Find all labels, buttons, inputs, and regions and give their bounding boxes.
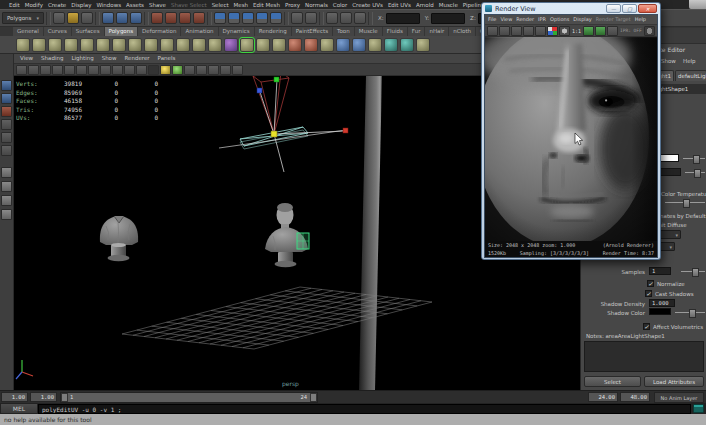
manipulator-center-handle[interactable]: [271, 131, 277, 137]
rv-menu-item[interactable]: Help: [635, 15, 646, 24]
rotate-tool-icon[interactable]: [1, 132, 12, 143]
render-frame-icon[interactable]: [326, 12, 338, 24]
menu-item[interactable]: Display: [71, 2, 91, 8]
isolate-select-icon[interactable]: [232, 65, 243, 75]
command-input[interactable]: polyEditUV -u 0 -v 1 ;: [38, 404, 691, 414]
coord-x-field[interactable]: [386, 13, 420, 24]
active-tool-shelf-icon[interactable]: [240, 38, 254, 52]
multisampling-icon[interactable]: [208, 65, 219, 75]
shelf-tab[interactable]: Animation: [181, 27, 217, 36]
range-handle-right[interactable]: [310, 393, 317, 402]
layout-four-pane-icon[interactable]: [1, 181, 12, 192]
render-view-window[interactable]: Render View File View Render IPR Options…: [481, 2, 661, 260]
command-language-toggle[interactable]: MEL: [0, 403, 38, 414]
shelf-tab[interactable]: Fluids: [383, 27, 407, 36]
polygon-helix-shelf-icon[interactable]: [160, 38, 174, 52]
menu-item[interactable]: Edit: [9, 2, 20, 8]
normalize-checkbox[interactable]: [647, 280, 654, 287]
minimize-icon[interactable]: [606, 4, 621, 13]
anim-start-field[interactable]: 1.00: [30, 392, 57, 402]
pause-ipr-icon[interactable]: [607, 26, 618, 36]
screen-space-ao-icon[interactable]: [184, 65, 195, 75]
mask-surfaces-icon[interactable]: [193, 12, 205, 24]
rv-menu-item[interactable]: Options: [550, 15, 569, 24]
resolution-gate-icon[interactable]: [52, 65, 63, 75]
shelf-tool-icon[interactable]: [304, 38, 318, 52]
shelf-tool-icon[interactable]: [320, 38, 334, 52]
shelf-tool-icon[interactable]: [256, 38, 270, 52]
shadows-toggle-icon[interactable]: [172, 65, 183, 75]
menu-item[interactable]: Normals: [305, 2, 328, 8]
mask-handles-icon[interactable]: [151, 12, 163, 24]
select-button[interactable]: Select: [584, 376, 641, 387]
menu-item[interactable]: Windows: [96, 2, 121, 8]
playback-start-field[interactable]: 1.00: [1, 392, 28, 402]
manipulator-z-handle[interactable]: [257, 88, 262, 93]
close-icon[interactable]: [638, 4, 657, 13]
menu-item[interactable]: Modify: [25, 2, 43, 8]
cast-shadows-checkbox[interactable]: [645, 290, 652, 297]
new-scene-icon[interactable]: [53, 12, 65, 24]
shelf-tool-icon[interactable]: [208, 38, 222, 52]
shadow-density-field[interactable]: 1.000: [649, 299, 675, 307]
polygon-pyramid-shelf-icon[interactable]: [128, 38, 142, 52]
refresh-ipr-icon[interactable]: [535, 26, 546, 36]
polygon-torus-shelf-icon[interactable]: [96, 38, 110, 52]
shadow-color-swatch[interactable]: [649, 308, 671, 315]
affect-volumetrics-checkbox[interactable]: [643, 323, 650, 330]
divider[interactable]: [284, 12, 289, 25]
rendered-image[interactable]: [485, 37, 657, 242]
pillar-object[interactable]: [359, 76, 382, 390]
xray-mode-icon[interactable]: [220, 65, 231, 75]
scale-tool-icon[interactable]: [1, 145, 12, 156]
textured-mode-icon[interactable]: [136, 65, 147, 75]
notes-textarea[interactable]: [584, 341, 704, 372]
rgb-channels-icon[interactable]: [547, 26, 558, 36]
ae-menu-show[interactable]: Show: [661, 58, 676, 64]
render-globals-icon[interactable]: [644, 26, 655, 36]
polygon-cylinder-shelf-icon[interactable]: [48, 38, 62, 52]
mask-joints-icon[interactable]: [165, 12, 177, 24]
shelf-tab[interactable]: Dynamics: [219, 27, 254, 36]
redo-render-icon[interactable]: [487, 26, 498, 36]
open-scene-icon[interactable]: [67, 12, 79, 24]
menu-item[interactable]: Create: [48, 2, 66, 8]
shelf-tool-icon[interactable]: [352, 38, 366, 52]
remove-image-icon[interactable]: [595, 26, 606, 36]
panel-menu-item[interactable]: Shading: [41, 54, 63, 63]
shelf-tool-icon[interactable]: [272, 38, 286, 52]
menu-item[interactable]: Select: [212, 2, 229, 8]
shelf-tool-icon[interactable]: [368, 38, 382, 52]
shelf-tab-polygons-active[interactable]: Polygons: [105, 27, 137, 36]
rv-menu-item[interactable]: IPR: [538, 15, 546, 24]
load-attributes-button[interactable]: Load Attributes: [644, 376, 704, 387]
render-region-icon[interactable]: [499, 26, 510, 36]
safe-action-icon[interactable]: [88, 65, 99, 75]
default-lighting-icon[interactable]: [160, 65, 171, 75]
menu-item[interactable]: Mesh: [234, 2, 248, 8]
move-tool-icon[interactable]: [1, 119, 12, 130]
layout-single-pane-icon[interactable]: [1, 167, 12, 178]
ipr-render-icon[interactable]: [523, 26, 534, 36]
menu-set-dropdown[interactable]: Polygons: [2, 12, 44, 24]
panel-menu-item[interactable]: Renderer: [124, 54, 149, 63]
render-view-titlebar[interactable]: Render View: [482, 3, 660, 14]
polygon-cone-shelf-icon[interactable]: [64, 38, 78, 52]
selected-object-wireframe[interactable]: [297, 233, 309, 249]
field-chart-icon[interactable]: [76, 65, 87, 75]
anim-end-field[interactable]: 24.00: [588, 392, 618, 402]
rv-menu-item[interactable]: File: [488, 15, 496, 24]
snap-to-curve-icon[interactable]: [228, 12, 240, 24]
move-manipulator[interactable]: [257, 77, 348, 172]
shelf-tab[interactable]: Curves: [44, 27, 71, 36]
layout-split-pane-icon[interactable]: [1, 209, 12, 220]
shaded-mode-icon[interactable]: [124, 65, 135, 75]
panel-menu-item[interactable]: Show: [102, 54, 117, 63]
menu-item[interactable]: Color: [333, 2, 347, 8]
menu-item[interactable]: Muscle: [439, 2, 458, 8]
panel-menu-item[interactable]: Panels: [158, 54, 176, 63]
polygon-cube-shelf-icon[interactable]: [32, 38, 46, 52]
divider[interactable]: [46, 12, 51, 25]
shelf-tab[interactable]: Fur: [408, 27, 425, 36]
shelf-tool-icon[interactable]: [192, 38, 206, 52]
